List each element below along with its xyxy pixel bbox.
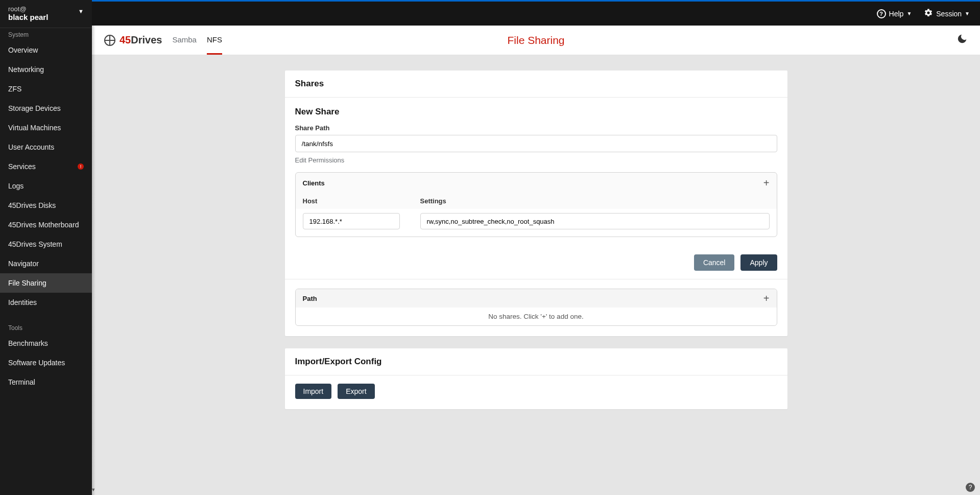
sidebar-item-overview[interactable]: Overview (0, 40, 92, 60)
help-menu[interactable]: ? Help ▼ (877, 9, 912, 18)
session-menu[interactable]: Session ▼ (924, 8, 970, 19)
add-client-button[interactable]: + (763, 178, 770, 188)
nav-section-system: System (0, 28, 92, 40)
nav-section-tools: Tools (0, 321, 92, 334)
sidebar-item-storage-devices[interactable]: Storage Devices (0, 99, 92, 118)
shares-empty-message: No shares. Click '+' to add one. (296, 308, 777, 325)
caret-down-icon: ▼ (965, 11, 970, 16)
host-name: black pearl (8, 13, 48, 21)
host-switcher[interactable]: root@ black pearl ▼ (0, 0, 92, 28)
alert-icon: ! (78, 163, 84, 170)
path-column-header: Path (303, 295, 317, 302)
new-share-title: New Share (295, 107, 777, 117)
shares-table: Path + No shares. Click '+' to add one. (295, 289, 777, 326)
gear-icon (924, 8, 933, 19)
sidebar: root@ black pearl ▼ System Overview Netw… (0, 0, 92, 495)
sidebar-item-zfs[interactable]: ZFS (0, 79, 92, 99)
share-path-label: Share Path (295, 124, 777, 132)
shares-card: Shares New Share Share Path Edit Permiss… (285, 70, 787, 336)
sub-tabs: Samba NFS (172, 26, 222, 55)
client-settings-input[interactable] (420, 213, 770, 229)
host-user: root@ (8, 5, 48, 13)
sidebar-item-identities[interactable]: Identities (0, 293, 92, 312)
sidebar-item-logs[interactable]: Logs (0, 176, 92, 196)
brand: 45Drives (104, 34, 162, 46)
caret-down-icon: ▼ (906, 11, 912, 16)
sub-header: 45Drives Samba NFS File Sharing (92, 26, 980, 55)
moon-icon (957, 33, 968, 44)
import-export-title: Import/Export Config (285, 348, 787, 375)
share-path-input[interactable] (295, 135, 777, 152)
shares-card-title: Shares (285, 70, 787, 97)
sidebar-item-software-updates[interactable]: Software Updates (0, 353, 92, 372)
apply-button[interactable]: Apply (740, 254, 777, 271)
sidebar-item-virtual-machines[interactable]: Virtual Machines (0, 118, 92, 137)
clients-label: Clients (303, 179, 325, 187)
edit-permissions-link[interactable]: Edit Permissions (295, 156, 345, 164)
settings-column-header: Settings (420, 197, 770, 205)
brand-logo-icon (104, 35, 115, 46)
help-icon: ? (877, 9, 886, 18)
sidebar-item-navigator[interactable]: Navigator (0, 254, 92, 273)
cancel-button[interactable]: Cancel (694, 254, 735, 271)
client-host-input[interactable] (303, 213, 400, 229)
sidebar-item-file-sharing[interactable]: File Sharing (0, 273, 92, 293)
caret-down-icon: ▼ (78, 8, 84, 14)
import-export-card: Import/Export Config Import Export (285, 348, 787, 409)
sidebar-item-user-accounts[interactable]: User Accounts (0, 137, 92, 157)
content: 45Drives Samba NFS File Sharing Shares N… (92, 26, 980, 495)
brand-text: 45Drives (119, 34, 162, 46)
tab-samba[interactable]: Samba (172, 26, 197, 55)
add-share-button[interactable]: + (763, 293, 770, 303)
sidebar-item-45drives-motherboard[interactable]: 45Drives Motherboard (0, 215, 92, 234)
sidebar-item-services[interactable]: Services ! (0, 157, 92, 176)
clients-box: Clients + Host Settings (295, 172, 777, 237)
topbar: ? Help ▼ Session ▼ (92, 0, 980, 26)
sidebar-item-45drives-system[interactable]: 45Drives System (0, 234, 92, 254)
help-fab[interactable]: ? (966, 483, 975, 492)
sidebar-item-terminal[interactable]: Terminal (0, 372, 92, 392)
export-button[interactable]: Export (338, 384, 374, 399)
tab-nfs[interactable]: NFS (207, 26, 222, 55)
sidebar-item-45drives-disks[interactable]: 45Drives Disks (0, 196, 92, 215)
host-column-header: Host (303, 197, 420, 205)
theme-toggle[interactable] (957, 33, 968, 47)
import-button[interactable]: Import (295, 384, 332, 399)
page-title: File Sharing (507, 34, 564, 46)
sidebar-item-networking[interactable]: Networking (0, 60, 92, 79)
sidebar-item-benchmarks[interactable]: Benchmarks (0, 334, 92, 353)
